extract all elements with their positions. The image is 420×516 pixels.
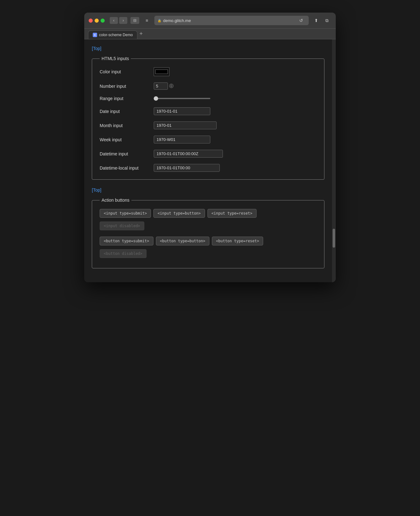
range-input-row: Range input	[100, 96, 317, 101]
color-label: Color input	[100, 69, 150, 74]
datetime-label: Datetime input	[100, 151, 150, 156]
datetime-local-input-row: Datetime-local input 1970-01-01T00:00	[100, 164, 317, 172]
datetime-local-input[interactable]: 1970-01-01T00:00	[154, 164, 220, 172]
week-label: Week input	[100, 137, 150, 142]
number-input[interactable]	[154, 82, 168, 90]
page-content: [Top] HTML5 inputs Color input Number in…	[84, 39, 332, 282]
traffic-lights	[89, 19, 105, 23]
html5-inputs-section: HTML5 inputs Color input Number input ⓪	[92, 56, 324, 180]
week-input[interactable]: 1970-W01	[154, 136, 210, 143]
top-link-1[interactable]: [Top]	[92, 46, 101, 51]
lock-icon: 🔒	[158, 19, 161, 22]
datetime-local-label: Datetime-local input	[100, 165, 150, 171]
share-button[interactable]: ⬆	[312, 17, 321, 24]
html5-legend: HTML5 inputs	[100, 56, 131, 61]
input-submit-button[interactable]: <input type=submit>	[100, 209, 151, 218]
address-bar[interactable]: 🔒 demo.glitch.me ↺	[154, 16, 309, 25]
forward-button[interactable]: ›	[119, 17, 127, 24]
maximize-button[interactable]	[101, 19, 105, 23]
sidebar-button[interactable]: ⊟	[130, 17, 139, 24]
new-window-button[interactable]: ⧉	[323, 17, 331, 24]
input-disabled-row: <input disabled>	[100, 222, 317, 230]
button-button-button[interactable]: <button type=button>	[156, 237, 210, 245]
tab-bar: C color-scheme Demo +	[84, 29, 336, 39]
button-disabled-row: <button disabled>	[100, 249, 317, 258]
button-buttons-row: <button type=submit> <button type=button…	[100, 237, 317, 245]
date-label: Date input	[100, 109, 150, 114]
number-input-row: Number input ⓪	[100, 82, 317, 90]
button-reset-button[interactable]: <button type=reset>	[212, 237, 263, 245]
scrollbar-thumb[interactable]	[333, 229, 335, 248]
browser-body: [Top] HTML5 inputs Color input Number in…	[84, 39, 336, 282]
active-tab[interactable]: C color-scheme Demo	[88, 31, 137, 39]
button-submit-button[interactable]: <button type=submit>	[100, 237, 153, 245]
tab-favicon: C	[93, 33, 97, 37]
date-input[interactable]: 1970-01-01	[154, 107, 210, 115]
action-legend: Action buttons	[100, 198, 131, 203]
date-input-row: Date input 1970-01-01	[100, 107, 317, 115]
month-input-row: Month input 1970-01	[100, 121, 317, 129]
color-input-row: Color input	[100, 67, 317, 76]
title-bar: ‹ › ⊟ ≡ 🔒 demo.glitch.me ↺ ⬆ ⧉	[84, 13, 336, 29]
color-input[interactable]	[154, 67, 169, 76]
datetime-input-row: Datetime input 1970-01-01T00:00:00Z	[100, 150, 317, 158]
input-reset-button[interactable]: <input type=reset>	[207, 209, 257, 218]
number-label: Number input	[100, 84, 150, 89]
month-input[interactable]: 1970-01	[154, 121, 217, 129]
button-disabled-button: <button disabled>	[100, 249, 146, 258]
new-tab-button[interactable]: +	[137, 31, 145, 39]
datetime-input[interactable]: 1970-01-01T00:00:00Z	[154, 150, 223, 158]
range-label: Range input	[100, 96, 150, 101]
input-disabled-button: <input disabled>	[100, 222, 144, 230]
menu-button[interactable]: ≡	[142, 17, 151, 24]
browser-window: ‹ › ⊟ ≡ 🔒 demo.glitch.me ↺ ⬆ ⧉ C color-s…	[84, 13, 336, 282]
toolbar-buttons: ⬆ ⧉	[312, 17, 331, 24]
url-text: demo.glitch.me	[163, 18, 191, 23]
month-label: Month input	[100, 123, 150, 128]
spinner-icon: ⓪	[169, 83, 174, 89]
week-input-row: Week input 1970-W01	[100, 136, 317, 143]
reload-button[interactable]: ↺	[297, 17, 306, 24]
top-link-2[interactable]: [Top]	[92, 188, 101, 193]
scrollbar[interactable]	[332, 39, 336, 282]
range-input[interactable]	[154, 98, 210, 99]
minimize-button[interactable]	[95, 19, 99, 23]
input-button-button[interactable]: <input type=button>	[153, 209, 205, 218]
tab-title: color-scheme Demo	[99, 33, 133, 37]
nav-buttons: ‹ ›	[110, 17, 127, 24]
back-button[interactable]: ‹	[110, 17, 118, 24]
input-buttons-row: <input type=submit> <input type=button> …	[100, 209, 317, 218]
number-wrapper: ⓪	[154, 82, 174, 90]
close-button[interactable]	[89, 19, 93, 23]
action-buttons-section: Action buttons <input type=submit> <inpu…	[92, 198, 324, 268]
